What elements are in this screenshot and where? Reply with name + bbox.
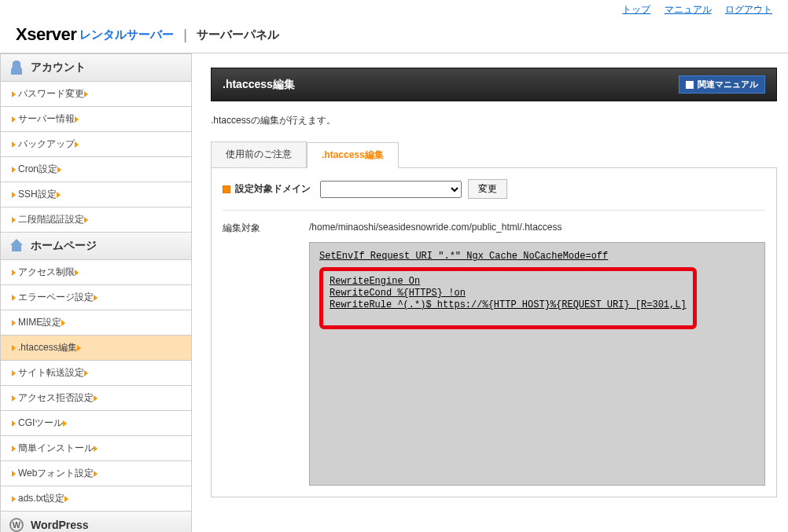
sidebar-item[interactable]: SSH設定 <box>0 182 192 207</box>
code-rewrite-block: RewriteEngine On RewriteCond %{HTTPS} !o… <box>330 276 687 311</box>
highlight-box: RewriteEngine On RewriteCond %{HTTPS} !o… <box>319 267 697 329</box>
logout-link[interactable]: ログアウト <box>725 4 772 15</box>
code-line-setenvif: SetEnvIf Request_URI ".*" Ngx_Cache_NoCa… <box>319 251 755 262</box>
edit-row: 編集対象 /home/minaoshi/seasidesnowride.com/… <box>223 211 765 486</box>
sidebar-item[interactable]: Cron設定 <box>0 157 192 182</box>
page-title: .htaccess編集 <box>223 78 295 92</box>
change-button[interactable]: 変更 <box>468 179 507 199</box>
tabs: 使用前のご注意.htaccess編集 <box>211 141 777 168</box>
page-description: .htaccessの編集が行えます。 <box>211 101 777 141</box>
sidebar: アカウントパスワード変更サーバー情報バックアップCron設定SSH設定二段階認証… <box>0 53 192 532</box>
htaccess-editor[interactable]: SetEnvIf Request_URI ".*" Ngx_Cache_NoCa… <box>309 242 765 486</box>
file-path: /home/minaoshi/seasidesnowride.com/publi… <box>309 218 765 242</box>
sidebar-item[interactable]: CGIツール <box>0 411 192 436</box>
top-links: トップ マニュアル ログアウト <box>0 0 788 20</box>
logo-divider: | <box>183 27 187 43</box>
section-header: アカウント <box>0 53 192 82</box>
tab[interactable]: .htaccess編集 <box>307 142 399 168</box>
top-link[interactable]: トップ <box>622 4 650 15</box>
house-icon <box>9 239 24 253</box>
section-title: アカウント <box>31 61 86 75</box>
content-box: 設定対象ドメイン 変更 編集対象 /home/minaoshi/seasides… <box>211 168 777 497</box>
orange-marker-icon <box>223 185 230 193</box>
sidebar-item[interactable]: エラーページ設定 <box>0 285 192 310</box>
domain-select[interactable] <box>320 181 462 198</box>
sidebar-item[interactable]: 二段階認証設定 <box>0 207 192 233</box>
sidebar-item[interactable]: アクセス制限 <box>0 260 192 285</box>
domain-row: 設定対象ドメイン 変更 <box>223 179 765 211</box>
person-icon <box>9 61 24 75</box>
section-title: ホームページ <box>31 239 97 253</box>
header: Xserver レンタルサーバー | サーバーパネル <box>0 20 788 53</box>
logo-rental: レンタルサーバー <box>79 28 174 42</box>
sidebar-item[interactable]: サイト転送設定 <box>0 361 192 386</box>
logo-panel: サーバーパネル <box>197 28 279 42</box>
logo-brand: Xserver <box>16 24 76 45</box>
section-title: WordPress <box>31 519 89 531</box>
sidebar-item[interactable]: バックアップ <box>0 132 192 157</box>
edit-content: /home/minaoshi/seasidesnowride.com/publi… <box>309 218 765 486</box>
sidebar-item[interactable]: ads.txt設定 <box>0 486 192 512</box>
sidebar-item[interactable]: .htaccess編集 <box>0 336 192 361</box>
section-header: ホームページ <box>0 233 192 260</box>
manual-link[interactable]: マニュアル <box>665 4 712 15</box>
domain-label-text: 設定対象ドメイン <box>235 182 311 196</box>
sidebar-item[interactable]: パスワード変更 <box>0 82 192 107</box>
sidebar-item[interactable]: アクセス拒否設定 <box>0 386 192 411</box>
wordpress-icon: W <box>9 518 24 532</box>
section-header: WWordPress <box>0 512 192 532</box>
sidebar-item[interactable]: サーバー情報 <box>0 107 192 132</box>
domain-label: 設定対象ドメイン <box>223 182 311 196</box>
main-content: .htaccess編集 関連マニュアル .htaccessの編集が行えます。 使… <box>192 53 788 532</box>
edit-target-label: 編集対象 <box>223 218 309 486</box>
page-title-bar: .htaccess編集 関連マニュアル <box>211 68 777 101</box>
related-manual-button[interactable]: 関連マニュアル <box>679 75 765 94</box>
sidebar-item[interactable]: 簡単インストール <box>0 436 192 461</box>
sidebar-item[interactable]: MIME設定 <box>0 310 192 336</box>
tab[interactable]: 使用前のご注意 <box>211 141 307 167</box>
sidebar-item[interactable]: Webフォント設定 <box>0 461 192 486</box>
